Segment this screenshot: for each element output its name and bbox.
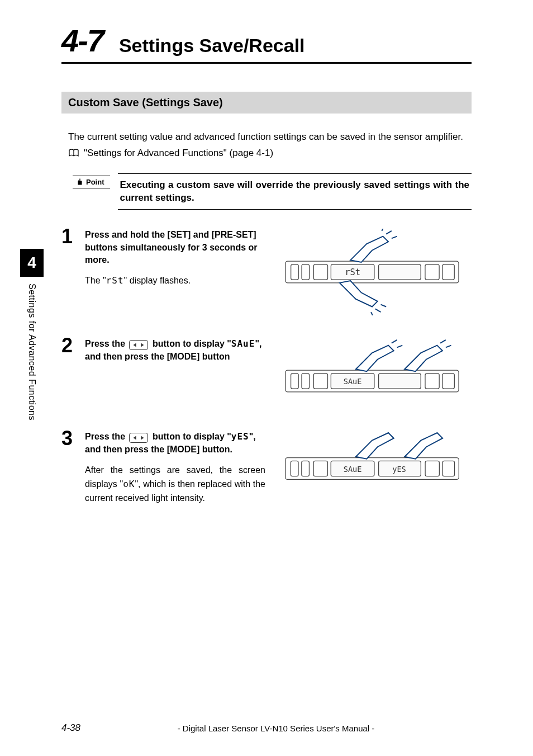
point-body: Executing a custom save will override th… xyxy=(118,173,472,210)
step-3-illustration: SAuE yES xyxy=(272,431,472,490)
page-number: 4-38 xyxy=(61,722,80,734)
step-3-number: 3 xyxy=(61,428,85,448)
page-footer: 4-38 - Digital Laser Sensor LV-N10 Serie… xyxy=(61,722,472,734)
intro-paragraph: The current setting value and advanced f… xyxy=(68,130,472,144)
svg-text:yES: yES xyxy=(392,465,406,474)
step-1-text: Press and hold the [SET] and [PRE-SET] b… xyxy=(85,229,272,288)
side-tab-number: 4 xyxy=(20,249,44,277)
finger-press-icon xyxy=(404,340,451,371)
finger-press-icon xyxy=(350,229,397,262)
side-tab: 4 Settings for Advanced Functions xyxy=(20,249,44,420)
step-1-number: 1 xyxy=(61,226,85,247)
arrow-button-icon xyxy=(129,340,148,350)
step-2-illustration: SAuE xyxy=(272,338,472,408)
point-label: Point xyxy=(86,178,104,186)
svg-text:SAuE: SAuE xyxy=(343,465,361,474)
section-header: 4-7 Settings Save/Recall xyxy=(61,22,472,64)
step-1-illustration: rSt xyxy=(272,229,472,315)
svg-line-11 xyxy=(391,237,397,239)
subheading: Custom Save (Settings Save) xyxy=(61,92,472,114)
step-3-text: Press the button to display "yES", and t… xyxy=(85,431,272,505)
finger-press-icon xyxy=(355,433,393,459)
intro-block: The current setting value and advanced f… xyxy=(68,130,472,159)
section-number: 4-7 xyxy=(61,22,103,59)
svg-line-26 xyxy=(397,346,402,348)
svg-line-12 xyxy=(382,229,384,231)
step-1: 1 Press and hold the [SET] and [PRE-SET]… xyxy=(61,229,472,315)
svg-line-10 xyxy=(386,231,392,234)
point-tag: Point xyxy=(73,176,110,188)
svg-line-28 xyxy=(445,346,451,348)
svg-line-25 xyxy=(391,340,397,343)
step-2-title: Press the button to display "SAuE", and … xyxy=(85,338,265,363)
svg-text:SAuE: SAuE xyxy=(343,377,361,386)
cross-reference: "Settings for Advanced Functions" (page … xyxy=(68,148,472,159)
page: 4-7 Settings Save/Recall Custom Save (Se… xyxy=(0,0,533,756)
svg-line-14 xyxy=(380,305,386,307)
step-2-number: 2 xyxy=(61,336,85,356)
section-title: Settings Save/Recall xyxy=(119,35,305,59)
svg-text:rSt: rSt xyxy=(345,268,360,278)
cross-reference-text: "Settings for Advanced Functions" (page … xyxy=(84,148,273,159)
step-2: 2 Press the button to display "SAuE", an… xyxy=(61,338,472,408)
svg-rect-21 xyxy=(378,374,421,389)
svg-line-27 xyxy=(440,340,446,343)
arrow-button-icon xyxy=(129,433,148,443)
side-tab-text: Settings for Advanced Functions xyxy=(27,284,37,420)
hand-icon xyxy=(76,178,84,186)
step-3-title: Press the button to display "yES", and t… xyxy=(85,431,265,456)
step-3: 3 Press the button to display "yES", and… xyxy=(61,431,472,505)
step-1-body: The "rSt" display flashes. xyxy=(85,274,265,288)
svg-line-15 xyxy=(371,312,373,315)
book-icon xyxy=(68,149,79,158)
svg-rect-6 xyxy=(378,264,421,280)
point-callout: Point Executing a custom save will overr… xyxy=(73,173,472,210)
finger-press-icon xyxy=(355,340,402,371)
svg-line-13 xyxy=(375,309,380,313)
finger-press-icon xyxy=(339,281,386,315)
step-3-body: After the settings are saved, the screen… xyxy=(85,464,265,505)
step-2-text: Press the button to display "SAuE", and … xyxy=(85,338,272,371)
finger-press-icon xyxy=(404,433,442,459)
step-1-title: Press and hold the [SET] and [PRE-SET] b… xyxy=(85,229,265,266)
manual-title: - Digital Laser Sensor LV-N10 Series Use… xyxy=(80,724,472,733)
